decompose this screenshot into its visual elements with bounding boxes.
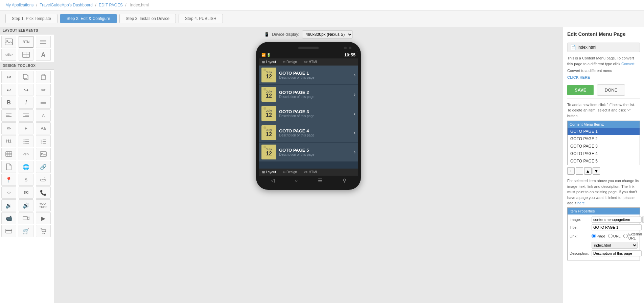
step-3-button[interactable]: Step 3. Install on Device	[119, 14, 176, 23]
tool-map[interactable]: 📍	[1, 174, 16, 186]
breadcrumb-dashboard[interactable]: TravelGuideApp's Dashboard	[40, 3, 93, 7]
tool-font-size[interactable]: A	[36, 109, 51, 122]
list-move-down-button[interactable]: ▼	[593, 167, 600, 175]
tool-cart-2[interactable]	[36, 225, 51, 237]
prop-image-input[interactable]	[592, 217, 642, 223]
tool-heading[interactable]: H1	[1, 135, 16, 147]
prop-image-browse[interactable]: ...	[642, 217, 644, 223]
tool-paragraph[interactable]: <P>	[19, 148, 33, 160]
step-4-button[interactable]: Step 4. PUBLISH	[179, 14, 223, 23]
tool-pencil[interactable]: ✏	[1, 122, 16, 134]
tool-paste[interactable]	[36, 71, 51, 83]
list-item-2[interactable]: GOTO PAGE 2	[568, 135, 640, 143]
tool-italic[interactable]: I	[19, 97, 33, 109]
tool-code[interactable]: <>	[1, 186, 16, 199]
tool-volume-down[interactable]: 🔉	[1, 199, 16, 211]
phone-back-btn[interactable]: ◁	[271, 178, 275, 183]
tool-cut[interactable]: ✂	[1, 71, 16, 83]
toolbox-div[interactable]: </div>	[1, 49, 16, 61]
tool-align-justify[interactable]	[36, 97, 51, 109]
list-item-5[interactable]: GOTO PAGE 5	[568, 157, 640, 165]
tool-table-2[interactable]	[1, 148, 16, 160]
phone-tab-layout[interactable]: ⊞ Layout	[259, 58, 279, 66]
list-remove-button[interactable]: −	[576, 167, 583, 175]
link-type-group: Page URL External URL	[592, 232, 642, 240]
phone-menu-item-5[interactable]: July 12 GOTO PAGE 5 Description of this …	[259, 143, 358, 162]
tool-video[interactable]: 📹	[1, 212, 16, 224]
tool-volume-up[interactable]: 🔊	[19, 199, 33, 211]
tool-phone[interactable]: 📞	[36, 186, 51, 199]
phone-menu-btn[interactable]: ☰	[318, 178, 322, 183]
phone-tab-design[interactable]: ✂ Design	[279, 58, 300, 66]
tool-redo[interactable]: ↪	[19, 84, 33, 96]
toolbox-table[interactable]	[19, 49, 33, 61]
prop-link-select[interactable]: index.html	[592, 242, 638, 249]
phone-top-tabs[interactable]: ⊞ Layout ✂ Design <> HTML	[259, 58, 358, 66]
tool-file[interactable]	[1, 161, 16, 173]
tool-edit[interactable]: ✏	[36, 84, 51, 96]
step-1-button[interactable]: Step 1. Pick Template	[5, 14, 58, 23]
phone-home-btn[interactable]: ○	[295, 178, 298, 183]
tool-bold[interactable]: B	[1, 97, 16, 109]
tool-undo[interactable]: ↩	[1, 84, 16, 96]
tool-copy[interactable]	[19, 71, 33, 83]
tool-image-2[interactable]	[36, 148, 51, 160]
tool-play[interactable]: ▶	[36, 212, 51, 224]
tool-align-left[interactable]	[1, 109, 16, 122]
here-link[interactable]: here	[577, 201, 585, 205]
file-icon: 📄	[570, 45, 576, 50]
phone-menu-item-1[interactable]: July 12 GOTO PAGE 1 Description of this …	[259, 66, 358, 85]
phone-menu-item-3[interactable]: July 12 GOTO PAGE 3 Description of this …	[259, 104, 358, 123]
tool-list-ul[interactable]	[19, 135, 33, 147]
list-item-4[interactable]: GOTO PAGE 4	[568, 150, 640, 157]
prop-desc-input[interactable]	[592, 250, 642, 256]
phone-menu-item-2[interactable]: July 12 GOTO PAGE 2 Description of this …	[259, 85, 358, 104]
tool-payment[interactable]	[1, 225, 16, 237]
tool-font[interactable]: F	[19, 122, 33, 134]
list-item-1[interactable]: GOTO PAGE 1	[568, 128, 640, 135]
step-2-button[interactable]: Step 2. Edit & Configure	[60, 14, 117, 23]
tool-currency[interactable]: $	[19, 174, 33, 186]
tool-link[interactable]: 🔗	[36, 161, 51, 173]
tool-cart[interactable]: 🛒	[19, 225, 33, 237]
link-page-radio-label[interactable]: Page	[592, 234, 605, 238]
tool-youtube[interactable]: YOUTUBE	[36, 199, 51, 211]
done-button[interactable]: DONE	[597, 84, 625, 96]
menu-text-4: GOTO PAGE 4 Description of this page	[279, 128, 351, 137]
tool-email[interactable]: ✉	[19, 186, 33, 199]
list-add-button[interactable]: +	[567, 167, 575, 175]
toolbox-image[interactable]	[1, 36, 16, 48]
tool-broken-link[interactable]	[36, 174, 51, 186]
prop-title-input[interactable]	[592, 224, 642, 230]
tool-video-2[interactable]	[19, 212, 33, 224]
convert-link[interactable]: Convert	[621, 62, 635, 66]
center-area: 📱 Device display: 480x800px (Nexus S) 📶 …	[54, 27, 563, 303]
phone-bottom-tab-html[interactable]: <> HTML	[300, 169, 321, 176]
link-external-radio[interactable]	[623, 234, 628, 238]
list-item-3[interactable]: GOTO PAGE 3	[568, 143, 640, 150]
breadcrumb-edit-pages[interactable]: EDIT PAGES	[99, 3, 123, 7]
toolbox-button[interactable]: BTN	[19, 36, 33, 48]
phone-bottom-tab-design[interactable]: ✂ Design	[279, 169, 300, 176]
link-url-radio[interactable]	[608, 234, 613, 238]
click-here-link[interactable]: CLICK HERE	[567, 75, 590, 79]
menu-title-3: GOTO PAGE 3	[279, 109, 351, 114]
toolbox-text[interactable]: A	[36, 49, 51, 61]
tool-font-size-2[interactable]: Aa	[36, 122, 51, 134]
tool-align-right[interactable]	[19, 109, 33, 122]
phone-bottom-tabs[interactable]: ⊞ Layout ✂ Design <> HTML	[259, 169, 358, 176]
link-page-radio[interactable]	[592, 234, 596, 238]
list-move-up-button[interactable]: ▲	[584, 167, 592, 175]
toolbox-list[interactable]	[36, 36, 51, 48]
breadcrumb-my-applications[interactable]: My Applications	[5, 3, 33, 7]
tool-globe[interactable]: 🌐	[19, 161, 33, 173]
link-url-radio-label[interactable]: URL	[608, 234, 621, 238]
phone-bottom-tab-layout[interactable]: ⊞ Layout	[259, 169, 279, 176]
phone-search-btn[interactable]: ⚲	[343, 178, 346, 183]
phone-menu-item-4[interactable]: July 12 GOTO PAGE 4 Description of this …	[259, 123, 358, 143]
phone-tab-html[interactable]: <> HTML	[300, 58, 321, 66]
tool-list-ol[interactable]: 1.2.3.	[36, 135, 51, 147]
device-select[interactable]: 480x800px (Nexus S)	[302, 30, 353, 39]
link-external-radio-label[interactable]: External URL	[623, 232, 642, 240]
save-button[interactable]: SAVE	[567, 85, 594, 95]
